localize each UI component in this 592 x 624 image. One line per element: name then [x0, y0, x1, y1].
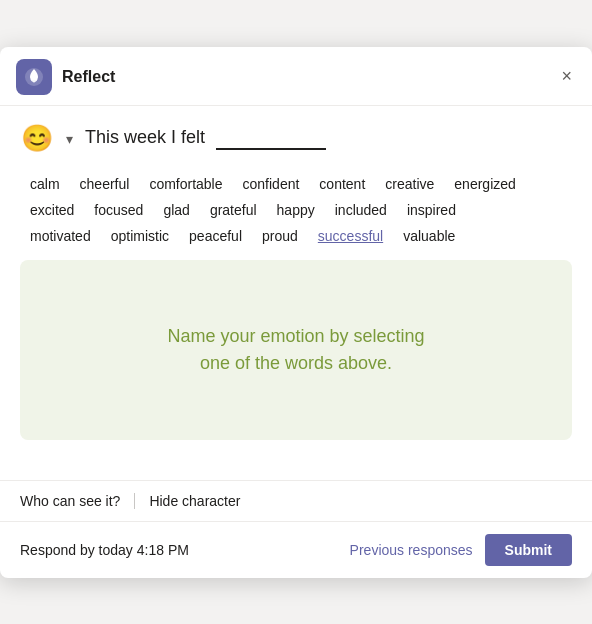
word-focused[interactable]: focused: [84, 198, 153, 222]
word-creative[interactable]: creative: [375, 172, 444, 196]
prompt-prefix: This week I felt: [85, 127, 205, 147]
footer-bottom: Respond by today 4:18 PM Previous respon…: [0, 521, 592, 578]
who-can-see-button[interactable]: Who can see it?: [20, 493, 120, 509]
word-proud[interactable]: proud: [252, 224, 308, 248]
hide-character-button[interactable]: Hide character: [149, 493, 240, 509]
close-button[interactable]: ×: [557, 62, 576, 91]
spacer: [20, 456, 572, 480]
app-title: Reflect: [62, 68, 115, 86]
emotion-box-text: Name your emotion by selecting one of th…: [167, 323, 424, 377]
emotion-box: Name your emotion by selecting one of th…: [20, 260, 572, 440]
word-valuable[interactable]: valuable: [393, 224, 465, 248]
emotion-line2: one of the words above.: [167, 350, 424, 377]
emotion-line1: Name your emotion by selecting: [167, 323, 424, 350]
chevron-down-icon: ▾: [66, 131, 73, 147]
word-successful[interactable]: successful: [308, 224, 393, 248]
chevron-button[interactable]: ▾: [62, 129, 77, 149]
word-motivated[interactable]: motivated: [20, 224, 101, 248]
words-section: calm cheerful comfortable confident cont…: [20, 172, 572, 248]
word-optimistic[interactable]: optimistic: [101, 224, 179, 248]
word-included[interactable]: included: [325, 198, 397, 222]
words-row-1: calm cheerful comfortable confident cont…: [20, 172, 572, 196]
footer-divider: [134, 493, 135, 509]
previous-responses-button[interactable]: Previous responses: [350, 542, 473, 558]
content-area: 😊 ▾ This week I felt calm cheerful comfo…: [0, 106, 592, 480]
footer-top: Who can see it? Hide character: [0, 480, 592, 521]
word-grateful[interactable]: grateful: [200, 198, 267, 222]
title-bar: Reflect ×: [0, 47, 592, 106]
words-row-3: motivated optimistic peaceful proud succ…: [20, 224, 572, 248]
word-inspired[interactable]: inspired: [397, 198, 466, 222]
dialog: Reflect × 😊 ▾ This week I felt calm chee…: [0, 47, 592, 578]
close-icon: ×: [561, 66, 572, 87]
word-peaceful[interactable]: peaceful: [179, 224, 252, 248]
word-glad[interactable]: glad: [153, 198, 199, 222]
word-calm[interactable]: calm: [20, 172, 70, 196]
prompt-text: This week I felt: [85, 127, 326, 150]
respond-by-text: Respond by today 4:18 PM: [20, 542, 189, 558]
word-comfortable[interactable]: comfortable: [139, 172, 232, 196]
title-left: Reflect: [16, 59, 115, 95]
prompt-row: 😊 ▾ This week I felt: [20, 122, 572, 156]
word-cheerful[interactable]: cheerful: [70, 172, 140, 196]
word-excited[interactable]: excited: [20, 198, 84, 222]
prompt-underline: [216, 127, 326, 150]
submit-button[interactable]: Submit: [485, 534, 572, 566]
word-energized[interactable]: energized: [444, 172, 526, 196]
emoji: 😊: [21, 123, 53, 154]
word-content[interactable]: content: [309, 172, 375, 196]
word-happy[interactable]: happy: [267, 198, 325, 222]
app-icon: [16, 59, 52, 95]
words-row-2: excited focused glad grateful happy incl…: [20, 198, 572, 222]
footer-actions: Previous responses Submit: [350, 534, 572, 566]
emoji-avatar: 😊: [20, 122, 54, 156]
word-confident[interactable]: confident: [233, 172, 310, 196]
